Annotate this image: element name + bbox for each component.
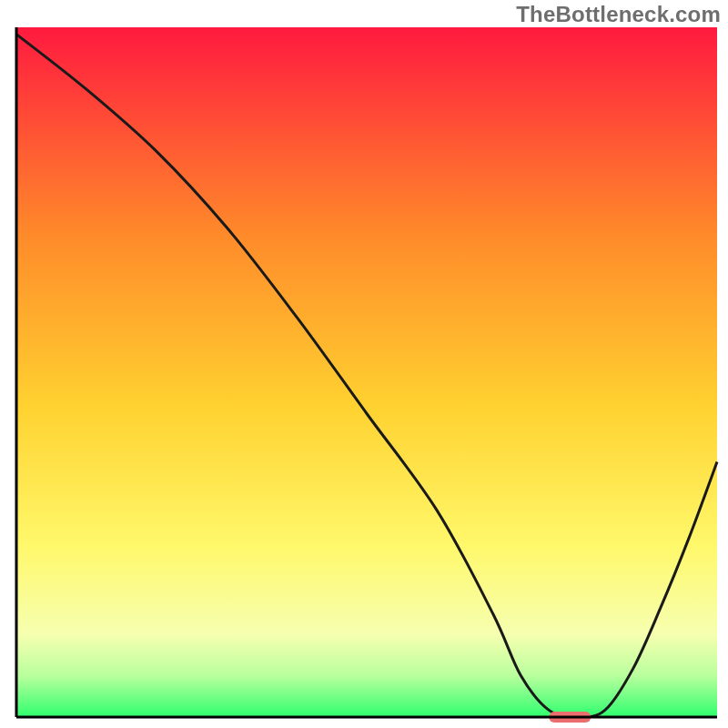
bottleneck-chart: [0, 0, 728, 728]
chart-stage: TheBottleneck.com: [0, 0, 728, 728]
watermark-text: TheBottleneck.com: [516, 2, 721, 27]
chart-gradient-bg: [16, 27, 717, 717]
